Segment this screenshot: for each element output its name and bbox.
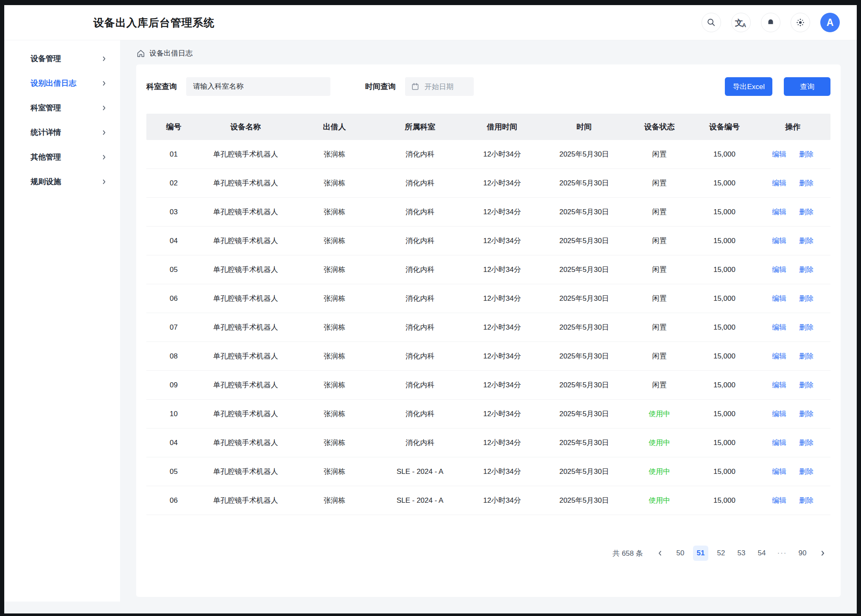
edit-link[interactable]: 编辑 (772, 294, 786, 303)
pagination-page-50[interactable]: 50 (673, 546, 688, 561)
cell-id: 04 (146, 237, 201, 245)
delete-link[interactable]: 删除 (799, 207, 813, 217)
cell-borrow-duration: 12小时34分 (461, 265, 543, 274)
breadcrumb: 设备出借日志 (136, 48, 841, 58)
sidebar-item-3[interactable]: 统计详情 (4, 120, 120, 145)
pagination-prev-button[interactable] (652, 546, 668, 561)
cell-device-number: 15,000 (693, 410, 755, 418)
sidebar-item-5[interactable]: 规则设施 (4, 169, 120, 194)
edit-link[interactable]: 编辑 (772, 322, 786, 332)
sidebar-item-4[interactable]: 其他管理 (4, 145, 120, 169)
dept-query-label: 科室查询 (146, 81, 177, 92)
cell-actions: 编辑删除 (755, 207, 830, 217)
cell-device-number: 15,000 (693, 381, 755, 389)
user-avatar[interactable]: A (820, 13, 840, 32)
delete-link[interactable]: 删除 (799, 496, 813, 505)
edit-link[interactable]: 编辑 (772, 467, 786, 476)
cell-department: 消化内科 (379, 438, 461, 448)
edit-link[interactable]: 编辑 (772, 207, 786, 217)
cell-device-status: 闲置 (625, 380, 693, 390)
cell-actions: 编辑删除 (755, 149, 830, 159)
sidebar-item-0[interactable]: 设备管理 (4, 46, 120, 71)
theme-button[interactable] (791, 13, 810, 32)
cell-borrow-duration: 12小时34分 (461, 409, 543, 419)
table-row: 01单孔腔镜手术机器人张润栋消化内科12小时34分2025年5月30日闲置15,… (146, 140, 830, 169)
cell-device-number: 15,000 (693, 208, 755, 216)
pagination-page-51[interactable]: 51 (693, 546, 708, 561)
cell-id: 06 (146, 496, 201, 505)
cell-device-name: 单孔腔镜手术机器人 (201, 265, 290, 274)
delete-link[interactable]: 删除 (799, 178, 813, 188)
notification-bell-icon (766, 18, 775, 27)
column-header: 操作 (755, 122, 830, 132)
edit-link[interactable]: 编辑 (772, 236, 786, 246)
edit-link[interactable]: 编辑 (772, 149, 786, 159)
cell-date: 2025年5月30日 (543, 265, 626, 274)
table-header-row: 编号设备名称出借人所属科室借用时间时间设备状态设备编号操作 (146, 114, 830, 140)
translate-button[interactable]: 文A (731, 13, 751, 32)
delete-link[interactable]: 删除 (799, 149, 813, 159)
cell-lender: 张润栋 (290, 265, 379, 274)
cell-date: 2025年5月30日 (543, 322, 626, 332)
chevron-right-icon (101, 179, 107, 185)
cell-device-number: 15,000 (693, 237, 755, 245)
cell-device-name: 单孔腔镜手术机器人 (201, 149, 290, 159)
table-row: 04单孔腔镜手术机器人张润栋消化内科12小时34分2025年5月30日闲置15,… (146, 227, 830, 255)
notification-button[interactable] (761, 13, 780, 32)
delete-link[interactable]: 删除 (799, 236, 813, 246)
pagination-next-button[interactable] (815, 546, 830, 561)
delete-link[interactable]: 删除 (799, 438, 813, 448)
main-content: 设备出借日志 科室查询 时间查询 (120, 40, 857, 602)
delete-link[interactable]: 删除 (799, 294, 813, 303)
sidebar-item-label: 科室管理 (31, 103, 61, 113)
filter-actions: 导出Excel 查询 (725, 77, 830, 96)
delete-link[interactable]: 删除 (799, 351, 813, 361)
table-row: 10单孔腔镜手术机器人张润栋消化内科12小时34分2025年5月30日使用中15… (146, 400, 830, 428)
start-date-picker[interactable]: 开始日期 (405, 77, 474, 96)
cell-device-status: 闲置 (625, 351, 693, 361)
cell-device-number: 15,000 (693, 496, 755, 505)
export-excel-button[interactable]: 导出Excel (725, 77, 772, 96)
cell-borrow-duration: 12小时34分 (461, 207, 543, 217)
cell-device-name: 单孔腔镜手术机器人 (201, 236, 290, 246)
edit-link[interactable]: 编辑 (772, 496, 786, 505)
sidebar-item-1[interactable]: 设别出借日志 (4, 71, 120, 95)
delete-link[interactable]: 删除 (799, 322, 813, 332)
cell-date: 2025年5月30日 (543, 207, 626, 217)
delete-link[interactable]: 删除 (799, 265, 813, 274)
edit-link[interactable]: 编辑 (772, 351, 786, 361)
table-row: 08单孔腔镜手术机器人张润栋消化内科12小时34分2025年5月30日闲置15,… (146, 342, 830, 371)
edit-link[interactable]: 编辑 (772, 265, 786, 274)
delete-link[interactable]: 删除 (799, 409, 813, 419)
cell-borrow-duration: 12小时34分 (461, 467, 543, 476)
cell-device-name: 单孔腔镜手术机器人 (201, 351, 290, 361)
cell-id: 03 (146, 208, 201, 216)
cell-date: 2025年5月30日 (543, 351, 626, 361)
cell-actions: 编辑删除 (755, 409, 830, 419)
cell-date: 2025年5月30日 (543, 178, 626, 188)
search-button[interactable] (702, 13, 721, 32)
edit-link[interactable]: 编辑 (772, 178, 786, 188)
edit-link[interactable]: 编辑 (772, 380, 786, 390)
pagination-page-54[interactable]: 54 (754, 546, 769, 561)
edit-link[interactable]: 编辑 (772, 409, 786, 419)
dept-search-input[interactable] (186, 77, 330, 96)
table-row: 06单孔腔镜手术机器人张润栋SLE - 2024 - A12小时34分2025年… (146, 486, 830, 515)
pagination-ellipsis[interactable]: ··· (774, 546, 790, 561)
cell-department: 消化内科 (379, 380, 461, 390)
pagination-page-90[interactable]: 90 (795, 546, 810, 561)
sidebar-item-2[interactable]: 科室管理 (4, 95, 120, 120)
cell-lender: 张润栋 (290, 149, 379, 159)
cell-department: 消化内科 (379, 178, 461, 188)
cell-date: 2025年5月30日 (543, 438, 626, 448)
pagination-page-53[interactable]: 53 (734, 546, 749, 561)
cell-borrow-duration: 12小时34分 (461, 380, 543, 390)
edit-link[interactable]: 编辑 (772, 438, 786, 448)
delete-link[interactable]: 删除 (799, 380, 813, 390)
cell-device-number: 15,000 (693, 150, 755, 159)
cell-department: 消化内科 (379, 409, 461, 419)
query-button[interactable]: 查询 (784, 77, 830, 96)
pagination-page-52[interactable]: 52 (713, 546, 729, 561)
delete-link[interactable]: 删除 (799, 467, 813, 476)
cell-borrow-duration: 12小时34分 (461, 322, 543, 332)
